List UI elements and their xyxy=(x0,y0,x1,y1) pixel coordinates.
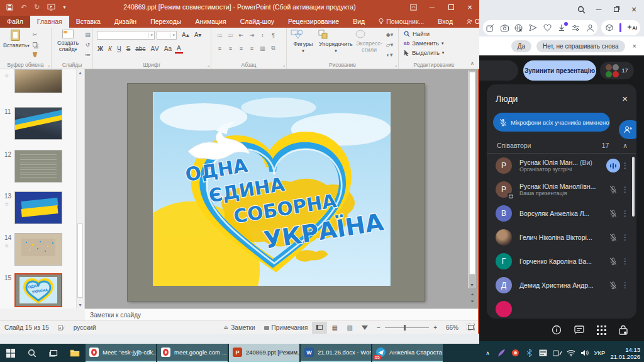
tab-design[interactable]: Дизайн xyxy=(108,16,143,28)
slide-thumbnail-10[interactable] xyxy=(14,69,62,93)
taskbar-button-meet-google[interactable]: meet.google.com ... xyxy=(157,344,228,362)
paragraph-dialog-launcher[interactable]: ⌟ xyxy=(283,62,285,67)
cut-icon[interactable]: ✂ xyxy=(30,30,40,38)
zoom-in-button[interactable]: + xyxy=(429,324,441,331)
slide-thumbnail-15-selected[interactable]: ОДНА УКРАЇНА xyxy=(14,273,62,307)
activities-grid-icon[interactable] xyxy=(597,325,606,335)
participants-counter[interactable]: 17 xyxy=(600,62,634,79)
layout-icon[interactable]: ▤ xyxy=(83,30,92,38)
notify-close-icon[interactable]: × xyxy=(630,42,639,50)
taskbar-button-powerpoint[interactable]: P 240869.ppt [Режим... xyxy=(229,344,299,362)
participant-menu-icon[interactable]: ⋮ xyxy=(620,233,630,242)
volume-icon[interactable] xyxy=(580,349,589,358)
mic-muted-icon[interactable] xyxy=(606,257,620,266)
profile-icon[interactable] xyxy=(585,23,596,33)
share-send-icon[interactable] xyxy=(528,23,538,33)
font-size-combo[interactable]: ▾ xyxy=(157,31,177,40)
tab-slideshow[interactable]: Слайд-шоу xyxy=(233,16,281,28)
reading-view-button[interactable]: ▥ xyxy=(342,322,357,334)
participant-menu-icon[interactable]: ⋮ xyxy=(620,257,630,266)
keyboard-language[interactable]: УКР xyxy=(594,349,606,356)
quick-styles-button[interactable]: Экспресс-стили xyxy=(355,30,384,53)
slide-thumbnail-13[interactable] xyxy=(14,191,62,224)
repeat-icon[interactable]: ↻ xyxy=(34,3,40,11)
align-left-icon[interactable]: ≡ xyxy=(215,44,225,52)
next-slide-button[interactable]: ⏷ xyxy=(469,298,476,305)
mute-all-button[interactable]: Мікрофони всіх учасників вимкнено xyxy=(493,113,610,132)
stop-presenting-button[interactable]: Зупинити презентацію xyxy=(523,60,596,81)
find-button[interactable]: Найти xyxy=(404,30,444,37)
notify-yes-button[interactable]: Да xyxy=(511,40,531,52)
spellcheck-icon[interactable] xyxy=(53,324,69,331)
mic-muted-icon[interactable] xyxy=(606,281,620,290)
ppt-close-button[interactable]: × xyxy=(460,0,479,14)
notify-no-button[interactable]: Нет, не спрашивать снова xyxy=(536,40,625,52)
replace-button[interactable]: ab Заменить▾ xyxy=(404,40,444,47)
slide-thumbnail-11[interactable] xyxy=(14,107,62,140)
bullets-icon[interactable]: ≔ xyxy=(215,31,225,39)
browser-search-icon[interactable] xyxy=(572,1,590,18)
justify-icon[interactable]: ≡ xyxy=(247,44,257,52)
signin-button[interactable]: Вход xyxy=(431,16,460,28)
taskbar-clock[interactable]: 14:13 21.01.2026 xyxy=(610,346,640,360)
translate-icon[interactable]: A xyxy=(513,23,524,33)
camera-icon[interactable] xyxy=(499,23,510,33)
line-spacing-icon[interactable]: ↕ xyxy=(258,31,267,39)
tray-window-icon[interactable] xyxy=(539,349,548,358)
text-direction-icon[interactable]: ¶ xyxy=(269,31,278,39)
canvas-scrollbar[interactable]: ▼ xyxy=(468,71,476,288)
tab-animation[interactable]: Анимация xyxy=(188,16,233,28)
numbering-icon[interactable]: ≕ xyxy=(226,31,235,39)
wifi-icon[interactable] xyxy=(567,349,575,358)
thumb-scroll-down-icon[interactable]: ▼ xyxy=(77,303,84,307)
language-indicator[interactable]: русский xyxy=(69,324,101,331)
notes-toggle[interactable]: ≐ Заметки xyxy=(219,324,260,331)
red-dot-app-icon[interactable] xyxy=(511,349,520,358)
package-icon[interactable] xyxy=(604,23,614,33)
collapse-ribbon-icon[interactable]: ∧ xyxy=(470,60,474,66)
previous-slide-button[interactable]: ⏶ xyxy=(469,291,476,298)
tab-insert[interactable]: Вставка xyxy=(69,16,108,28)
select-button[interactable]: Выделить▾ xyxy=(404,49,444,56)
start-button[interactable] xyxy=(0,344,21,362)
ribbon-display-options-icon[interactable] xyxy=(404,0,423,14)
start-slideshow-icon[interactable] xyxy=(47,4,55,11)
comments-toggle[interactable]: Примечания xyxy=(260,324,313,331)
people-scrollbar-thumb[interactable] xyxy=(632,157,635,217)
smartart-convert-icon[interactable]: ⧉ xyxy=(269,44,278,52)
browser-minimize-button[interactable]: ─ xyxy=(590,1,608,18)
tab-file[interactable]: Файл xyxy=(0,16,30,28)
shape-fill-icon[interactable]: ◆▾ xyxy=(385,30,394,38)
taskbar-search-icon[interactable] xyxy=(21,344,43,362)
tab-review[interactable]: Рецензирование xyxy=(281,16,346,28)
columns-icon[interactable]: ▥ xyxy=(258,44,267,52)
add-person-button[interactable] xyxy=(619,120,636,139)
drawing-dialog-launcher[interactable]: ⌟ xyxy=(395,62,397,67)
ppt-minimize-button[interactable]: ─ xyxy=(423,0,441,14)
chat-icon[interactable] xyxy=(574,325,584,335)
save-icon[interactable] xyxy=(6,4,13,11)
current-slide[interactable]: ОДНА ЄДИНА СОБОРНА УКРАЇНА xyxy=(128,84,425,301)
character-spacing-button[interactable]: АV xyxy=(148,44,160,54)
fit-to-window-button[interactable] xyxy=(463,322,478,334)
zoom-level[interactable]: 66% xyxy=(441,324,463,331)
participant-menu-icon[interactable]: ⋮ xyxy=(620,161,630,170)
font-color-button[interactable]: А xyxy=(175,44,183,54)
slide-thumbnail-12[interactable] xyxy=(14,150,62,183)
zoom-out-button[interactable]: − xyxy=(372,324,385,331)
canvas-scroll-down-icon[interactable]: ▼ xyxy=(469,283,475,287)
zoom-slider[interactable] xyxy=(385,327,429,328)
font-dialog-launcher[interactable]: ⌟ xyxy=(208,62,209,67)
file-explorer-icon[interactable] xyxy=(64,344,86,362)
participant-menu-icon[interactable]: ⋮ xyxy=(620,185,630,194)
notes-pane[interactable]: Заметки к слайду xyxy=(85,308,478,320)
slideshow-view-button[interactable] xyxy=(357,322,372,334)
thumbnails-scroll-thumb[interactable] xyxy=(77,223,83,298)
collapse-section-icon[interactable]: ∧ xyxy=(623,142,628,149)
italic-button[interactable]: К xyxy=(106,44,114,54)
underline-button[interactable]: Ч xyxy=(115,44,123,54)
copy-icon[interactable] xyxy=(30,40,40,48)
ppt-maximize-button[interactable] xyxy=(441,0,460,14)
increase-font-icon[interactable]: A▴ xyxy=(180,30,191,40)
arrange-button[interactable]: Упорядочить▾ xyxy=(318,30,353,54)
